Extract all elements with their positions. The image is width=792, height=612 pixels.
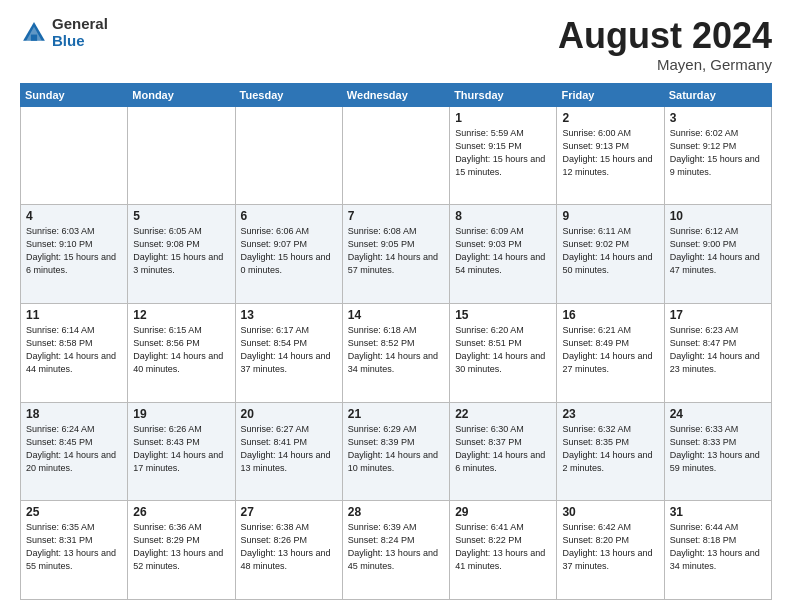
- calendar-cell: 16Sunrise: 6:21 AM Sunset: 8:49 PM Dayli…: [557, 303, 664, 402]
- day-number: 16: [562, 308, 658, 322]
- calendar-cell: 24Sunrise: 6:33 AM Sunset: 8:33 PM Dayli…: [664, 402, 771, 501]
- day-info: Sunrise: 6:00 AM Sunset: 9:13 PM Dayligh…: [562, 127, 658, 179]
- calendar-cell: 10Sunrise: 6:12 AM Sunset: 9:00 PM Dayli…: [664, 205, 771, 304]
- logo-general: General: [52, 16, 108, 33]
- calendar-cell: 7Sunrise: 6:08 AM Sunset: 9:05 PM Daylig…: [342, 205, 449, 304]
- day-info: Sunrise: 6:44 AM Sunset: 8:18 PM Dayligh…: [670, 521, 766, 573]
- day-info: Sunrise: 6:35 AM Sunset: 8:31 PM Dayligh…: [26, 521, 122, 573]
- title-location: Mayen, Germany: [558, 56, 772, 73]
- calendar-cell: 23Sunrise: 6:32 AM Sunset: 8:35 PM Dayli…: [557, 402, 664, 501]
- calendar-cell: 15Sunrise: 6:20 AM Sunset: 8:51 PM Dayli…: [450, 303, 557, 402]
- day-info: Sunrise: 6:29 AM Sunset: 8:39 PM Dayligh…: [348, 423, 444, 475]
- day-info: Sunrise: 6:02 AM Sunset: 9:12 PM Dayligh…: [670, 127, 766, 179]
- day-info: Sunrise: 6:14 AM Sunset: 8:58 PM Dayligh…: [26, 324, 122, 376]
- calendar-cell: 18Sunrise: 6:24 AM Sunset: 8:45 PM Dayli…: [21, 402, 128, 501]
- day-number: 28: [348, 505, 444, 519]
- calendar-cell: 8Sunrise: 6:09 AM Sunset: 9:03 PM Daylig…: [450, 205, 557, 304]
- day-number: 5: [133, 209, 229, 223]
- calendar-cell: 26Sunrise: 6:36 AM Sunset: 8:29 PM Dayli…: [128, 501, 235, 600]
- day-number: 11: [26, 308, 122, 322]
- calendar-cell: 20Sunrise: 6:27 AM Sunset: 8:41 PM Dayli…: [235, 402, 342, 501]
- header-saturday: Saturday: [664, 83, 771, 106]
- day-info: Sunrise: 6:09 AM Sunset: 9:03 PM Dayligh…: [455, 225, 551, 277]
- day-number: 15: [455, 308, 551, 322]
- calendar-cell: 12Sunrise: 6:15 AM Sunset: 8:56 PM Dayli…: [128, 303, 235, 402]
- day-number: 6: [241, 209, 337, 223]
- day-info: Sunrise: 6:08 AM Sunset: 9:05 PM Dayligh…: [348, 225, 444, 277]
- calendar-week-3: 18Sunrise: 6:24 AM Sunset: 8:45 PM Dayli…: [21, 402, 772, 501]
- day-info: Sunrise: 6:33 AM Sunset: 8:33 PM Dayligh…: [670, 423, 766, 475]
- day-number: 29: [455, 505, 551, 519]
- calendar-cell: 30Sunrise: 6:42 AM Sunset: 8:20 PM Dayli…: [557, 501, 664, 600]
- day-info: Sunrise: 6:39 AM Sunset: 8:24 PM Dayligh…: [348, 521, 444, 573]
- day-info: Sunrise: 6:27 AM Sunset: 8:41 PM Dayligh…: [241, 423, 337, 475]
- day-info: Sunrise: 6:03 AM Sunset: 9:10 PM Dayligh…: [26, 225, 122, 277]
- calendar-cell: 29Sunrise: 6:41 AM Sunset: 8:22 PM Dayli…: [450, 501, 557, 600]
- header-tuesday: Tuesday: [235, 83, 342, 106]
- calendar-cell: [235, 106, 342, 205]
- day-number: 22: [455, 407, 551, 421]
- calendar-header-row: Sunday Monday Tuesday Wednesday Thursday…: [21, 83, 772, 106]
- day-info: Sunrise: 6:05 AM Sunset: 9:08 PM Dayligh…: [133, 225, 229, 277]
- calendar-cell: 21Sunrise: 6:29 AM Sunset: 8:39 PM Dayli…: [342, 402, 449, 501]
- day-info: Sunrise: 6:24 AM Sunset: 8:45 PM Dayligh…: [26, 423, 122, 475]
- day-info: Sunrise: 6:41 AM Sunset: 8:22 PM Dayligh…: [455, 521, 551, 573]
- day-number: 18: [26, 407, 122, 421]
- day-number: 8: [455, 209, 551, 223]
- day-number: 17: [670, 308, 766, 322]
- day-info: Sunrise: 6:21 AM Sunset: 8:49 PM Dayligh…: [562, 324, 658, 376]
- day-number: 12: [133, 308, 229, 322]
- logo-icon: [20, 19, 48, 47]
- day-number: 21: [348, 407, 444, 421]
- calendar-cell: 22Sunrise: 6:30 AM Sunset: 8:37 PM Dayli…: [450, 402, 557, 501]
- title-month-year: August 2024: [558, 16, 772, 56]
- day-info: Sunrise: 5:59 AM Sunset: 9:15 PM Dayligh…: [455, 127, 551, 179]
- header-friday: Friday: [557, 83, 664, 106]
- day-number: 14: [348, 308, 444, 322]
- day-number: 4: [26, 209, 122, 223]
- day-info: Sunrise: 6:11 AM Sunset: 9:02 PM Dayligh…: [562, 225, 658, 277]
- calendar-week-4: 25Sunrise: 6:35 AM Sunset: 8:31 PM Dayli…: [21, 501, 772, 600]
- day-number: 13: [241, 308, 337, 322]
- day-number: 3: [670, 111, 766, 125]
- day-info: Sunrise: 6:17 AM Sunset: 8:54 PM Dayligh…: [241, 324, 337, 376]
- day-info: Sunrise: 6:23 AM Sunset: 8:47 PM Dayligh…: [670, 324, 766, 376]
- calendar-cell: 14Sunrise: 6:18 AM Sunset: 8:52 PM Dayli…: [342, 303, 449, 402]
- day-info: Sunrise: 6:20 AM Sunset: 8:51 PM Dayligh…: [455, 324, 551, 376]
- day-number: 30: [562, 505, 658, 519]
- calendar-cell: 28Sunrise: 6:39 AM Sunset: 8:24 PM Dayli…: [342, 501, 449, 600]
- day-number: 9: [562, 209, 658, 223]
- header-thursday: Thursday: [450, 83, 557, 106]
- day-number: 1: [455, 111, 551, 125]
- calendar-cell: 3Sunrise: 6:02 AM Sunset: 9:12 PM Daylig…: [664, 106, 771, 205]
- day-number: 7: [348, 209, 444, 223]
- day-number: 2: [562, 111, 658, 125]
- calendar-cell: 17Sunrise: 6:23 AM Sunset: 8:47 PM Dayli…: [664, 303, 771, 402]
- day-number: 27: [241, 505, 337, 519]
- svg-rect-2: [31, 34, 37, 40]
- calendar-cell: 25Sunrise: 6:35 AM Sunset: 8:31 PM Dayli…: [21, 501, 128, 600]
- calendar-cell: [128, 106, 235, 205]
- page: General Blue August 2024 Mayen, Germany …: [0, 0, 792, 612]
- logo-text: General Blue: [52, 16, 108, 49]
- day-info: Sunrise: 6:15 AM Sunset: 8:56 PM Dayligh…: [133, 324, 229, 376]
- day-number: 19: [133, 407, 229, 421]
- header-wednesday: Wednesday: [342, 83, 449, 106]
- calendar-cell: 19Sunrise: 6:26 AM Sunset: 8:43 PM Dayli…: [128, 402, 235, 501]
- calendar-cell: 4Sunrise: 6:03 AM Sunset: 9:10 PM Daylig…: [21, 205, 128, 304]
- calendar-table: Sunday Monday Tuesday Wednesday Thursday…: [20, 83, 772, 600]
- day-number: 10: [670, 209, 766, 223]
- day-number: 31: [670, 505, 766, 519]
- header-sunday: Sunday: [21, 83, 128, 106]
- day-info: Sunrise: 6:32 AM Sunset: 8:35 PM Dayligh…: [562, 423, 658, 475]
- day-info: Sunrise: 6:26 AM Sunset: 8:43 PM Dayligh…: [133, 423, 229, 475]
- day-number: 23: [562, 407, 658, 421]
- title-block: August 2024 Mayen, Germany: [558, 16, 772, 73]
- calendar-cell: 9Sunrise: 6:11 AM Sunset: 9:02 PM Daylig…: [557, 205, 664, 304]
- calendar-cell: 1Sunrise: 5:59 AM Sunset: 9:15 PM Daylig…: [450, 106, 557, 205]
- calendar-cell: 13Sunrise: 6:17 AM Sunset: 8:54 PM Dayli…: [235, 303, 342, 402]
- calendar-cell: 5Sunrise: 6:05 AM Sunset: 9:08 PM Daylig…: [128, 205, 235, 304]
- calendar-cell: [342, 106, 449, 205]
- calendar-cell: 27Sunrise: 6:38 AM Sunset: 8:26 PM Dayli…: [235, 501, 342, 600]
- calendar-week-0: 1Sunrise: 5:59 AM Sunset: 9:15 PM Daylig…: [21, 106, 772, 205]
